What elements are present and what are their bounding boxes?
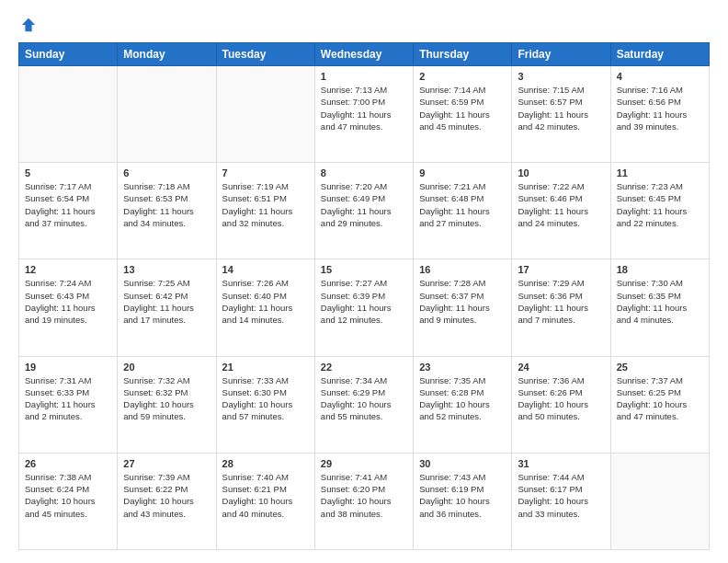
day-number: 29 [321,458,407,469]
day-info: Sunrise: 7:14 AM Sunset: 6:59 PM Dayligh… [419,84,506,132]
table-row: 17Sunrise: 7:29 AM Sunset: 6:36 PM Dayli… [512,259,610,356]
calendar-header-row: Sunday Monday Tuesday Wednesday Thursday… [19,43,710,66]
day-number: 13 [123,264,210,275]
table-row: 20Sunrise: 7:32 AM Sunset: 6:32 PM Dayli… [118,356,216,453]
logo-icon [20,17,37,33]
day-number: 28 [222,458,309,469]
day-number: 12 [25,264,111,275]
day-info: Sunrise: 7:22 AM Sunset: 6:46 PM Dayligh… [518,180,604,229]
day-info: Sunrise: 7:34 AM Sunset: 6:29 PM Dayligh… [321,374,407,423]
day-number: 22 [321,362,407,373]
table-row: 21Sunrise: 7:33 AM Sunset: 6:30 PM Dayli… [216,356,314,453]
col-saturday: Saturday [610,43,709,66]
table-row: 12Sunrise: 7:24 AM Sunset: 6:43 PM Dayli… [19,259,118,356]
day-info: Sunrise: 7:28 AM Sunset: 6:37 PM Dayligh… [419,277,506,326]
day-number: 10 [518,167,604,178]
day-number: 30 [419,458,506,469]
table-row: 24Sunrise: 7:36 AM Sunset: 6:26 PM Dayli… [512,356,610,453]
day-info: Sunrise: 7:26 AM Sunset: 6:40 PM Dayligh… [222,277,309,326]
day-number: 21 [222,362,309,373]
day-info: Sunrise: 7:43 AM Sunset: 6:19 PM Dayligh… [419,471,506,520]
day-info: Sunrise: 7:31 AM Sunset: 6:33 PM Dayligh… [25,374,111,423]
page: Sunday Monday Tuesday Wednesday Thursday… [0,0,728,563]
day-number: 6 [123,167,210,178]
table-row: 6Sunrise: 7:18 AM Sunset: 6:53 PM Daylig… [118,163,216,259]
col-sunday: Sunday [19,43,118,66]
table-row: 22Sunrise: 7:34 AM Sunset: 6:29 PM Dayli… [314,356,413,453]
day-number: 26 [25,458,111,469]
table-row: 26Sunrise: 7:38 AM Sunset: 6:24 PM Dayli… [19,453,118,549]
calendar-week-row: 12Sunrise: 7:24 AM Sunset: 6:43 PM Dayli… [19,259,710,356]
day-info: Sunrise: 7:15 AM Sunset: 6:57 PM Dayligh… [518,84,604,132]
day-number: 2 [419,71,506,82]
day-info: Sunrise: 7:30 AM Sunset: 6:35 PM Dayligh… [617,277,703,326]
calendar-table: Sunday Monday Tuesday Wednesday Thursday… [18,42,710,550]
day-number: 20 [123,362,210,373]
table-row: 23Sunrise: 7:35 AM Sunset: 6:28 PM Dayli… [414,356,512,453]
table-row [610,453,709,549]
table-row: 13Sunrise: 7:25 AM Sunset: 6:42 PM Dayli… [118,259,216,356]
table-row: 5Sunrise: 7:17 AM Sunset: 6:54 PM Daylig… [19,163,118,259]
table-row: 30Sunrise: 7:43 AM Sunset: 6:19 PM Dayli… [414,453,512,549]
table-row [118,66,216,163]
table-row: 9Sunrise: 7:21 AM Sunset: 6:48 PM Daylig… [414,163,512,259]
day-info: Sunrise: 7:32 AM Sunset: 6:32 PM Dayligh… [123,374,210,423]
logo [18,17,37,33]
day-number: 7 [222,167,309,178]
day-number: 11 [617,167,703,178]
header [18,17,710,33]
day-info: Sunrise: 7:29 AM Sunset: 6:36 PM Dayligh… [518,277,604,326]
day-info: Sunrise: 7:35 AM Sunset: 6:28 PM Dayligh… [419,374,506,423]
day-info: Sunrise: 7:24 AM Sunset: 6:43 PM Dayligh… [25,277,111,326]
day-info: Sunrise: 7:36 AM Sunset: 6:26 PM Dayligh… [518,374,604,423]
table-row [19,66,118,163]
table-row: 2Sunrise: 7:14 AM Sunset: 6:59 PM Daylig… [414,66,512,163]
day-info: Sunrise: 7:19 AM Sunset: 6:51 PM Dayligh… [222,180,309,229]
table-row: 19Sunrise: 7:31 AM Sunset: 6:33 PM Dayli… [19,356,118,453]
table-row: 4Sunrise: 7:16 AM Sunset: 6:56 PM Daylig… [610,66,709,163]
svg-marker-0 [22,18,35,31]
day-number: 17 [518,264,604,275]
day-info: Sunrise: 7:41 AM Sunset: 6:20 PM Dayligh… [321,471,407,520]
day-number: 5 [25,167,111,178]
col-wednesday: Wednesday [314,43,413,66]
table-row [216,66,314,163]
calendar-week-row: 1Sunrise: 7:13 AM Sunset: 7:00 PM Daylig… [19,66,710,163]
table-row: 28Sunrise: 7:40 AM Sunset: 6:21 PM Dayli… [216,453,314,549]
day-info: Sunrise: 7:44 AM Sunset: 6:17 PM Dayligh… [518,471,604,520]
table-row: 29Sunrise: 7:41 AM Sunset: 6:20 PM Dayli… [314,453,413,549]
day-info: Sunrise: 7:21 AM Sunset: 6:48 PM Dayligh… [419,180,506,229]
day-info: Sunrise: 7:39 AM Sunset: 6:22 PM Dayligh… [123,471,210,520]
table-row: 7Sunrise: 7:19 AM Sunset: 6:51 PM Daylig… [216,163,314,259]
calendar-week-row: 26Sunrise: 7:38 AM Sunset: 6:24 PM Dayli… [19,453,710,549]
table-row: 25Sunrise: 7:37 AM Sunset: 6:25 PM Dayli… [610,356,709,453]
col-friday: Friday [512,43,610,66]
day-number: 3 [518,71,604,82]
day-info: Sunrise: 7:27 AM Sunset: 6:39 PM Dayligh… [321,277,407,326]
day-number: 4 [617,71,703,82]
table-row: 1Sunrise: 7:13 AM Sunset: 7:00 PM Daylig… [314,66,413,163]
day-number: 15 [321,264,407,275]
day-info: Sunrise: 7:16 AM Sunset: 6:56 PM Dayligh… [617,84,703,132]
day-info: Sunrise: 7:37 AM Sunset: 6:25 PM Dayligh… [617,374,703,423]
day-number: 16 [419,264,506,275]
day-info: Sunrise: 7:17 AM Sunset: 6:54 PM Dayligh… [25,180,111,229]
day-number: 9 [419,167,506,178]
calendar-week-row: 5Sunrise: 7:17 AM Sunset: 6:54 PM Daylig… [19,163,710,259]
day-number: 27 [123,458,210,469]
table-row: 16Sunrise: 7:28 AM Sunset: 6:37 PM Dayli… [414,259,512,356]
col-monday: Monday [118,43,216,66]
table-row: 18Sunrise: 7:30 AM Sunset: 6:35 PM Dayli… [610,259,709,356]
table-row: 15Sunrise: 7:27 AM Sunset: 6:39 PM Dayli… [314,259,413,356]
day-number: 31 [518,458,604,469]
day-number: 18 [617,264,703,275]
day-info: Sunrise: 7:38 AM Sunset: 6:24 PM Dayligh… [25,471,111,520]
table-row: 31Sunrise: 7:44 AM Sunset: 6:17 PM Dayli… [512,453,610,549]
table-row: 8Sunrise: 7:20 AM Sunset: 6:49 PM Daylig… [314,163,413,259]
day-number: 23 [419,362,506,373]
day-info: Sunrise: 7:40 AM Sunset: 6:21 PM Dayligh… [222,471,309,520]
col-thursday: Thursday [414,43,512,66]
col-tuesday: Tuesday [216,43,314,66]
day-info: Sunrise: 7:25 AM Sunset: 6:42 PM Dayligh… [123,277,210,326]
day-number: 1 [321,71,407,82]
